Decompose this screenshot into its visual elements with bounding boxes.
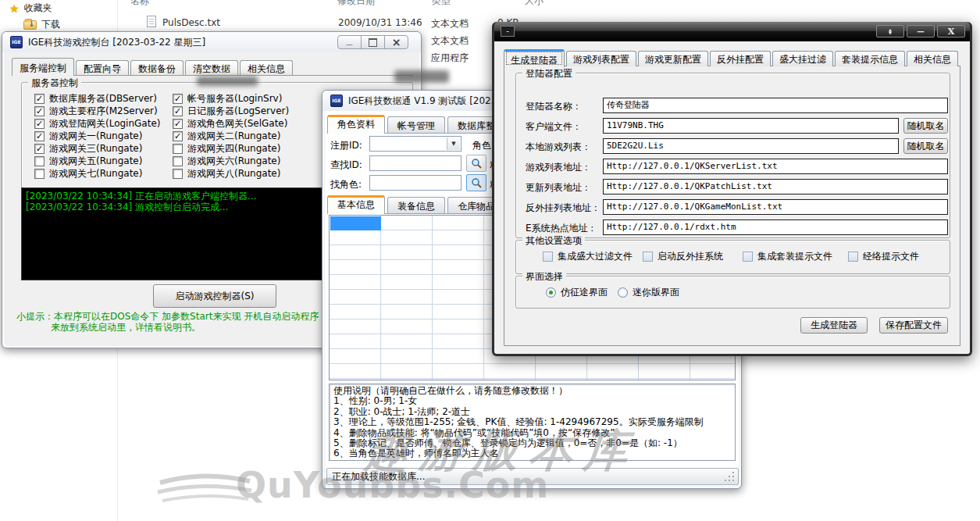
server-row[interactable]: 游戏网关三(Rungate) — [34, 142, 160, 155]
ui-radio-item[interactable]: 仿征途界面 — [546, 287, 608, 298]
checkbox-icon[interactable] — [34, 156, 45, 166]
tab-data-0[interactable]: 角色资料 — [327, 115, 385, 134]
option-checkbox-item[interactable]: 集成套装提示文件 — [743, 251, 832, 262]
server-row[interactable]: 游戏主要程序(M2Server) — [34, 105, 160, 117]
launcher-titlebar[interactable]: - — [494, 22, 970, 41]
window-menu-icon[interactable]: - — [501, 26, 515, 37]
field-input[interactable]: 11V79NB.THG — [603, 118, 899, 134]
group-label: 界面选择 — [522, 270, 566, 284]
checkbox-icon[interactable] — [173, 106, 183, 116]
tab-launcher-0[interactable]: 生成登陆器 — [504, 49, 565, 67]
radio-icon[interactable] — [546, 287, 556, 298]
server-label: 日记服务器(LogServer) — [187, 105, 289, 118]
field-input[interactable]: 传奇登陆器 — [603, 98, 948, 113]
server-row[interactable]: 游戏网关一(Rungate) — [34, 130, 160, 142]
server-row[interactable]: 游戏网关五(Rungate) — [34, 155, 160, 167]
start-controller-button[interactable]: 启动游戏控制器(S) — [153, 284, 276, 308]
usage-line: 2、职业: 0-战士; 1-法师; 2-道士 — [333, 407, 731, 417]
server-row[interactable]: 数据库服务器(DBServer) — [34, 92, 160, 105]
generate-launcher-button[interactable]: 生成登陆器 — [800, 317, 868, 334]
checkbox-icon[interactable] — [34, 144, 45, 154]
search-icon — [471, 177, 482, 188]
column-header-type[interactable]: 类型 — [432, 0, 451, 8]
launcher-body: 生成登陆器游戏列表配置游戏更新配置反外挂配置盛大挂过滤套装提示信息相关信息 登陆… — [494, 41, 970, 354]
server-row[interactable]: 游戏登陆网关(LoginGate) — [34, 117, 160, 130]
column-header-size[interactable]: 大小 — [525, 0, 543, 8]
maximize-icon[interactable] — [361, 35, 385, 49]
checkbox-icon[interactable] — [543, 252, 553, 262]
checkbox-icon[interactable] — [848, 252, 858, 262]
tab-console-1[interactable]: 配置向导 — [76, 60, 129, 75]
radio-icon[interactable] — [618, 287, 628, 298]
server-row[interactable]: 游戏网关六(Rungate) — [173, 155, 289, 167]
find-id-input[interactable] — [369, 155, 461, 171]
checkbox-icon[interactable] — [34, 119, 45, 129]
tab-launcher-2[interactable]: 游戏更新配置 — [638, 51, 708, 66]
resize-grip-icon[interactable] — [732, 480, 734, 481]
option-checkbox-item[interactable]: 集成盛大过滤文件 — [543, 251, 633, 262]
tab-launcher-3[interactable]: 反外挂配置 — [710, 51, 771, 66]
tab-launcher-5[interactable]: 套装提示信息 — [835, 51, 905, 66]
checkbox-icon[interactable] — [643, 252, 653, 262]
field-input[interactable]: Http://127.0.0.1/QKServerList.txt — [603, 159, 948, 174]
tab-console-3[interactable]: 清空数据 — [185, 60, 238, 75]
random-name-button[interactable]: 随机取名 — [903, 118, 948, 134]
option-checkbox-item[interactable]: 启动反外挂系统 — [643, 251, 723, 262]
minimize-icon[interactable] — [337, 35, 362, 49]
close-icon[interactable] — [384, 35, 408, 49]
tab-console-2[interactable]: 数据备份 — [130, 60, 184, 75]
group-label: 其他设置选项 — [522, 234, 585, 248]
field-input[interactable]: Http://127.0.0.1/QKPatchList.txt — [603, 179, 948, 194]
field-input[interactable]: Http://127.0.0.1/rdxt.htm — [603, 219, 948, 235]
sidebar-item-favorites[interactable]: ★ 收藏夹 — [9, 2, 52, 15]
checkbox-icon[interactable] — [173, 94, 183, 104]
checkbox-icon[interactable] — [34, 169, 45, 179]
chevron-down-icon[interactable]: ▼ — [447, 137, 460, 150]
tab-launcher-4[interactable]: 盛大挂过滤 — [772, 51, 833, 66]
search-role-button[interactable] — [466, 174, 486, 191]
server-row[interactable]: 游戏角色网关(SelGate) — [173, 117, 289, 130]
minimize-icon[interactable] — [907, 25, 935, 37]
register-id-combobox[interactable]: ▼ — [369, 136, 461, 152]
checkbox-icon[interactable] — [34, 131, 45, 141]
close-icon[interactable] — [937, 25, 965, 37]
selected-cell[interactable] — [330, 216, 381, 230]
rollup-icon[interactable] — [876, 25, 904, 37]
checkbox-icon[interactable] — [743, 252, 753, 262]
checkbox-icon[interactable] — [173, 156, 183, 166]
search-id-button[interactable] — [466, 155, 486, 172]
server-row[interactable]: 日记服务器(LogServer) — [173, 105, 289, 117]
save-config-button[interactable]: 保存配置文件 — [879, 317, 948, 334]
server-row[interactable]: 帐号服务器(LoginSrv) — [173, 92, 289, 105]
text-file-icon — [147, 16, 156, 27]
subtab-data-0[interactable]: 基本信息 — [327, 195, 385, 214]
option-checkbox-item[interactable]: 经络提示文件 — [848, 251, 919, 262]
tab-console-0[interactable]: 服务端控制 — [12, 58, 74, 76]
field-input[interactable]: 5DE2G2U.Lis — [603, 138, 899, 154]
column-header-name[interactable]: 名称 — [130, 0, 149, 8]
server-row[interactable]: 游戏网关四(Rungate) — [173, 142, 289, 155]
server-row[interactable]: 游戏网关二(Rungate) — [173, 130, 289, 142]
sidebar-item-label: 下载 — [41, 18, 60, 31]
checkbox-icon[interactable] — [34, 106, 45, 116]
subtab-data-1[interactable]: 装备信息 — [387, 197, 445, 213]
launcher-tabpanel: 登陆器配置 其他设置选项 界面选择 登陆器名称：传奇登陆器客户端文件：11V79… — [504, 66, 960, 346]
server-row[interactable]: 游戏网关八(Rungate) — [173, 167, 289, 180]
ui-radio-item[interactable]: 迷你版界面 — [618, 287, 679, 298]
tab-launcher-6[interactable]: 相关信息 — [907, 51, 958, 66]
column-header-modified[interactable]: 修改日期 — [337, 0, 375, 8]
field-input[interactable]: Http://127.0.0.1/QKGameMonList.txt — [603, 199, 948, 215]
checkbox-icon[interactable] — [173, 144, 183, 154]
checkbox-icon[interactable] — [173, 119, 183, 129]
checkbox-icon[interactable] — [173, 169, 183, 179]
sidebar-item-downloads[interactable]: 下载 — [23, 18, 60, 31]
find-role-input[interactable] — [369, 175, 461, 191]
checkbox-icon[interactable] — [173, 131, 183, 141]
checkbox-icon[interactable] — [34, 94, 45, 104]
tab-data-1[interactable]: 帐号管理 — [387, 116, 445, 133]
random-name-button[interactable]: 随机取名 — [903, 138, 948, 154]
tab-launcher-1[interactable]: 游戏列表配置 — [566, 51, 636, 66]
server-label: 游戏网关七(Rungate) — [49, 167, 142, 180]
tab-console-4[interactable]: 相关信息 — [240, 60, 293, 75]
server-row[interactable]: 游戏网关七(Rungate) — [34, 167, 160, 180]
